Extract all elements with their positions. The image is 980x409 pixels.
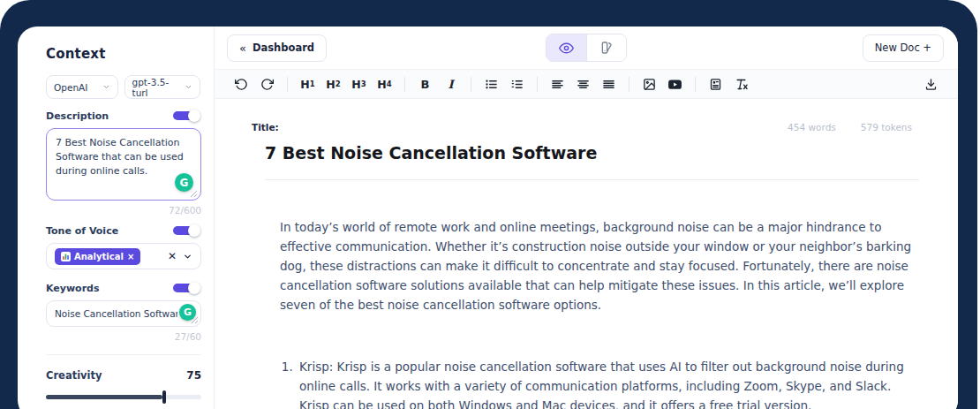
token-count: 579 tokens <box>861 122 912 133</box>
keywords-label-row: Keywords <box>46 282 200 294</box>
sidebar-title: Context <box>46 46 200 62</box>
creativity-slider-thumb[interactable] <box>162 390 166 404</box>
app-panel: Context OpenAI gpt-3.5-turl Description … <box>18 27 958 409</box>
description-toggle[interactable] <box>173 110 200 122</box>
description-counter: 72/600 <box>46 205 201 216</box>
document-title-row: Title: 454 words 579 tokens <box>252 122 935 133</box>
view-mode-toggle <box>546 34 627 62</box>
keywords-counter: 27/60 <box>46 331 201 342</box>
model-select-value: gpt-3.5-turl <box>132 77 185 98</box>
resize-handle-icon[interactable] <box>190 190 198 198</box>
tone-actions: ✕ <box>168 251 192 261</box>
provider-select[interactable]: OpenAI <box>46 75 118 99</box>
creativity-slider-fill <box>46 395 162 399</box>
creativity-slider[interactable] <box>46 395 201 399</box>
title-divider <box>265 179 919 180</box>
provider-select-value: OpenAI <box>54 82 87 93</box>
tone-label-row: Tone of Voice <box>46 224 200 237</box>
creativity-value: 75 <box>186 369 201 382</box>
word-count: 454 words <box>788 122 836 133</box>
tone-label: Tone of Voice <box>46 225 118 237</box>
list-item[interactable]: Krisp: Krisp is a popular noise cancella… <box>297 357 919 409</box>
sidebar-divider <box>46 354 201 355</box>
tone-chip-label: Analytical <box>74 252 124 261</box>
heading-3-button[interactable]: H3 <box>347 72 371 95</box>
keywords-field-wrap: G <box>46 300 201 327</box>
toolbar-separator <box>287 77 288 92</box>
new-doc-button[interactable]: New Doc + <box>863 34 944 62</box>
editor-header: « Dashboard New Doc + <box>215 27 958 69</box>
creativity-row: Creativity 75 <box>46 369 201 382</box>
toolbar-separator <box>404 77 405 92</box>
grammarly-icon[interactable]: G <box>175 173 193 192</box>
bar-chart-icon <box>61 252 71 261</box>
description-field-wrap: 7 Best Noise Cancellation Software that … <box>46 128 200 201</box>
description-label-row: Description <box>46 110 200 122</box>
tone-toggle[interactable] <box>173 224 200 237</box>
chevron-down-icon <box>102 83 110 91</box>
bold-button[interactable]: B <box>413 72 437 95</box>
document-stats: 454 words 579 tokens <box>788 122 935 133</box>
article-layout-icon[interactable] <box>704 72 727 95</box>
editor-main: « Dashboard New Doc + <box>215 27 958 409</box>
model-selects-row: OpenAI gpt-3.5-turl <box>46 75 200 99</box>
undo-icon[interactable] <box>230 72 253 95</box>
swatchbook-icon <box>599 41 614 55</box>
tone-chip-remove-icon[interactable]: × <box>127 252 134 261</box>
keywords-label: Keywords <box>46 283 100 294</box>
redo-icon[interactable] <box>255 72 279 95</box>
eye-icon <box>559 41 574 56</box>
document-title[interactable]: 7 Best Noise Cancellation Software <box>265 143 935 163</box>
document-canvas[interactable]: Title: 454 words 579 tokens 7 Best Noise… <box>215 99 958 409</box>
ordered-list-icon[interactable] <box>505 72 529 95</box>
heading-1-button[interactable]: H1 <box>296 72 320 95</box>
clear-formatting-icon[interactable] <box>729 72 753 95</box>
toolbar-separator <box>695 77 696 92</box>
chevron-down-icon <box>185 83 192 91</box>
formatting-toolbar: H1 H2 H3 H4 B I <box>215 69 958 99</box>
italic-button[interactable]: I <box>439 72 463 95</box>
software-list: Krisp: Krisp is a popular noise cancella… <box>280 357 919 409</box>
title-label: Title: <box>252 122 279 133</box>
creativity-label: Creativity <box>46 369 102 382</box>
insert-image-icon[interactable] <box>637 72 661 95</box>
context-sidebar: Context OpenAI gpt-3.5-turl Description … <box>18 27 215 409</box>
model-select[interactable]: gpt-3.5-turl <box>124 75 200 99</box>
bullet-list-icon[interactable] <box>479 72 503 95</box>
align-center-icon[interactable] <box>571 72 595 95</box>
toolbar-separator <box>537 77 538 92</box>
chevron-down-icon[interactable] <box>183 252 192 261</box>
keywords-input[interactable] <box>46 300 201 327</box>
toolbar-separator <box>629 77 629 92</box>
heading-4-button[interactable]: H4 <box>373 72 396 95</box>
swatch-view-button[interactable] <box>586 34 626 61</box>
resize-handle-icon[interactable] <box>191 316 199 324</box>
tone-clear-icon[interactable]: ✕ <box>168 251 177 261</box>
dashboard-button[interactable]: « Dashboard <box>227 34 327 62</box>
download-icon[interactable] <box>919 72 943 95</box>
align-justify-icon[interactable] <box>597 72 621 95</box>
description-label: Description <box>46 110 109 122</box>
double-chevron-left-icon: « <box>239 42 246 55</box>
new-doc-button-label: New Doc + <box>875 42 931 54</box>
youtube-video-icon[interactable] <box>663 72 687 95</box>
dashboard-button-label: Dashboard <box>253 42 314 54</box>
align-left-icon[interactable] <box>546 72 569 95</box>
preview-view-button[interactable] <box>547 34 586 61</box>
document-intro-paragraph[interactable]: In today’s world of remote work and onli… <box>280 217 919 314</box>
keywords-toggle[interactable] <box>173 282 200 294</box>
tone-chip[interactable]: Analytical × <box>55 248 140 265</box>
heading-2-button[interactable]: H2 <box>321 72 345 95</box>
tone-select[interactable]: Analytical × ✕ <box>46 243 201 269</box>
toolbar-separator <box>471 77 471 92</box>
